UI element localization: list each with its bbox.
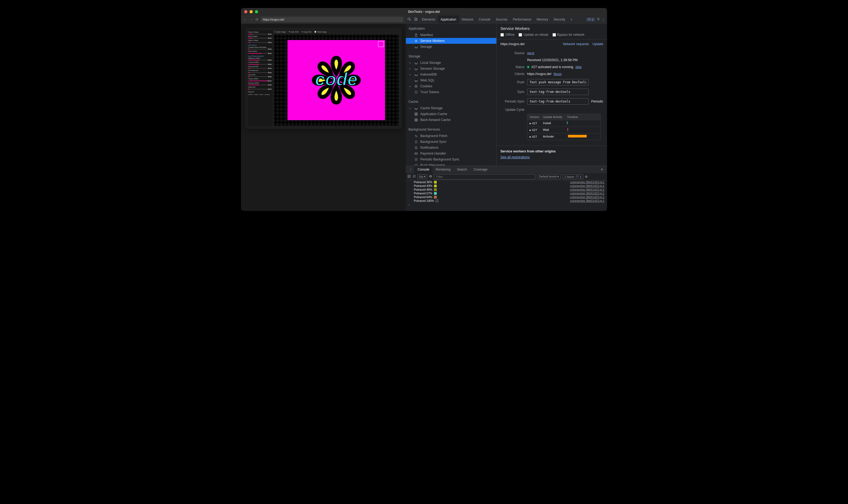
log-source-link[interactable]: colorworker.3bb51423.js:1 (570, 192, 604, 195)
tab-application[interactable]: Application (438, 16, 459, 23)
log-source-link[interactable]: colorworker.3bb51423.js:1 (570, 199, 604, 202)
slider[interactable]: Reset (248, 88, 272, 90)
log-levels-selector[interactable]: Default levels ▾ (537, 174, 561, 179)
traffic-close-icon[interactable] (244, 10, 247, 13)
tab-memory[interactable]: Memory (534, 16, 551, 23)
sidebar-item-push-messaging[interactable]: Push Messaging (406, 162, 497, 165)
reset-button[interactable]: Reset (267, 37, 272, 39)
slider[interactable]: Reset (248, 42, 272, 43)
check-offline[interactable]: Offline (500, 33, 514, 37)
periodic-sync-button[interactable]: Periodic (591, 100, 603, 103)
drawer-tab-search[interactable]: Search (454, 166, 470, 173)
check-bypass-for-network[interactable]: Bypass for network (553, 33, 585, 37)
console-prompt[interactable]: › (406, 203, 607, 207)
reset-button[interactable]: Reset (267, 68, 272, 69)
slider[interactable]: Reset (248, 48, 272, 50)
tab-sources[interactable]: Sources (493, 16, 510, 23)
reset-button[interactable]: Reset (267, 76, 272, 77)
reset-button[interactable]: Reset (267, 80, 272, 82)
tab-performance[interactable]: Performance (510, 16, 534, 23)
settings-icon[interactable] (596, 17, 600, 22)
reset-button[interactable]: Reset (267, 53, 272, 54)
reset-button[interactable]: Reset (267, 88, 272, 90)
network-requests-link[interactable]: Network requests (563, 42, 589, 46)
sidebar-item-cache-storage[interactable]: ▸Cache Storage (406, 105, 497, 111)
reload-icon[interactable]: ⟳ (255, 17, 259, 22)
sidebar-item-background-fetch[interactable]: Background Fetch (406, 133, 497, 139)
back-icon[interactable]: ← (244, 17, 247, 22)
reset-button[interactable]: Reset (267, 33, 272, 35)
toolbar-copy-svg[interactable]: ⧉ Copy SVG (301, 31, 312, 33)
sidebar-item-background-sync[interactable]: Background Sync (406, 139, 497, 145)
slider[interactable]: Reset (248, 64, 272, 65)
focus-link[interactable]: focus (554, 72, 561, 76)
context-selector[interactable]: top ▾ (418, 174, 427, 179)
sidebar-item-application-cache[interactable]: Application Cache (406, 111, 497, 117)
slider[interactable]: Reset (248, 53, 272, 54)
console-filter-input[interactable] (434, 174, 535, 179)
sync-input[interactable] (527, 89, 589, 95)
sidebar-item-notifications[interactable]: Notifications (406, 145, 497, 150)
sidebar-item-session-storage[interactable]: ▸Session Storage (406, 66, 497, 72)
drawer-tab-coverage[interactable]: Coverage (470, 166, 490, 173)
device-icon[interactable] (413, 17, 419, 22)
footer-links[interactable]: GitHub · Twitter · About · License (248, 94, 272, 95)
issues-link[interactable]: 1 Issue:1 (563, 174, 583, 179)
issues-counter[interactable]: 1 (586, 18, 595, 21)
console-settings-icon[interactable]: ⚙ (585, 175, 588, 179)
log-source-link[interactable]: colorworker.3bb51423.js:1 (570, 184, 604, 187)
log-source-link[interactable]: colorworker.3bb51423.js:1 (570, 188, 604, 191)
drawer-tab-console[interactable]: Console (414, 166, 433, 173)
slider[interactable]: Reset (248, 84, 272, 86)
log-source-link[interactable]: colorworker.3bb51423.js:1 (570, 180, 604, 184)
reset-button[interactable]: Reset (267, 48, 272, 50)
reset-all-button[interactable]: Reset All (248, 91, 254, 93)
reset-button[interactable]: Reset (267, 72, 272, 73)
slider[interactable]: Reset (248, 80, 272, 82)
see-all-link[interactable]: See all registrations (500, 155, 530, 159)
clear-console-icon[interactable] (413, 175, 416, 179)
slider[interactable]: Reset (248, 37, 272, 39)
periodic-sync-input[interactable] (527, 98, 589, 105)
slider[interactable]: Reset (248, 72, 272, 73)
tab-security[interactable]: Security (551, 16, 568, 23)
drawer-kebab-icon[interactable]: ⋮ (407, 168, 414, 172)
reset-button[interactable]: Reset (267, 59, 272, 61)
slider[interactable]: Reset (248, 59, 272, 61)
toolbar-paste-image[interactable]: 📋 Paste Image (314, 31, 327, 33)
sidebar-item-back-forward-cache[interactable]: Back-forward Cache (406, 117, 497, 123)
log-source-link[interactable]: colorworker.3bb51423.js:1 (570, 195, 604, 199)
slider[interactable]: Reset (248, 33, 272, 35)
reset-button[interactable]: Reset (267, 64, 272, 65)
drawer-tab-rendering[interactable]: Rendering (433, 166, 454, 173)
traffic-zoom-icon[interactable] (255, 10, 258, 13)
forward-icon[interactable]: → (249, 17, 253, 22)
toolbar-open-image[interactable]: ▢ Open Image (274, 31, 286, 33)
reset-button[interactable]: Reset (267, 42, 272, 43)
reset-button[interactable]: Reset (267, 84, 272, 86)
stop-link[interactable]: stop (575, 65, 582, 69)
check-update-on-reload[interactable]: Update on reload (519, 33, 548, 37)
sidebar-item-storage[interactable]: Storage (406, 44, 497, 50)
sidebar-item-local-storage[interactable]: ▸Local Storage (406, 60, 497, 66)
push-input[interactable] (527, 79, 589, 86)
sidebar-item-periodic-background-sync[interactable]: Periodic Background Sync (406, 157, 497, 162)
sidebar-item-service-workers[interactable]: Service Workers (406, 38, 497, 44)
tab-console[interactable]: Console (476, 16, 493, 23)
url-bar[interactable]: https://svgco.de/ (261, 17, 403, 22)
sidebar-item-payment-handler[interactable]: Payment Handler (406, 150, 497, 157)
sidebar-item-web-sql[interactable]: Web SQL (406, 77, 497, 83)
update-link[interactable]: Update (593, 42, 603, 46)
live-expression-icon[interactable] (429, 175, 432, 179)
source-link[interactable]: sw.js (527, 51, 534, 55)
close-drawer-icon[interactable]: ✕ (598, 168, 606, 172)
slider[interactable]: Reset (248, 76, 272, 77)
kebab-icon[interactable]: ⋮ (602, 18, 605, 21)
inspect-icon[interactable] (406, 17, 413, 22)
tab-elements[interactable]: Elements (419, 16, 438, 23)
execute-icon[interactable] (408, 175, 411, 179)
sidebar-item-trust-tokens[interactable]: Trust Tokens (406, 89, 497, 95)
tab-network[interactable]: Network (459, 16, 476, 23)
sidebar-item-cookies[interactable]: ▸Cookies (406, 83, 497, 89)
sidebar-item-indexeddb[interactable]: ▸IndexedDB (406, 72, 497, 77)
